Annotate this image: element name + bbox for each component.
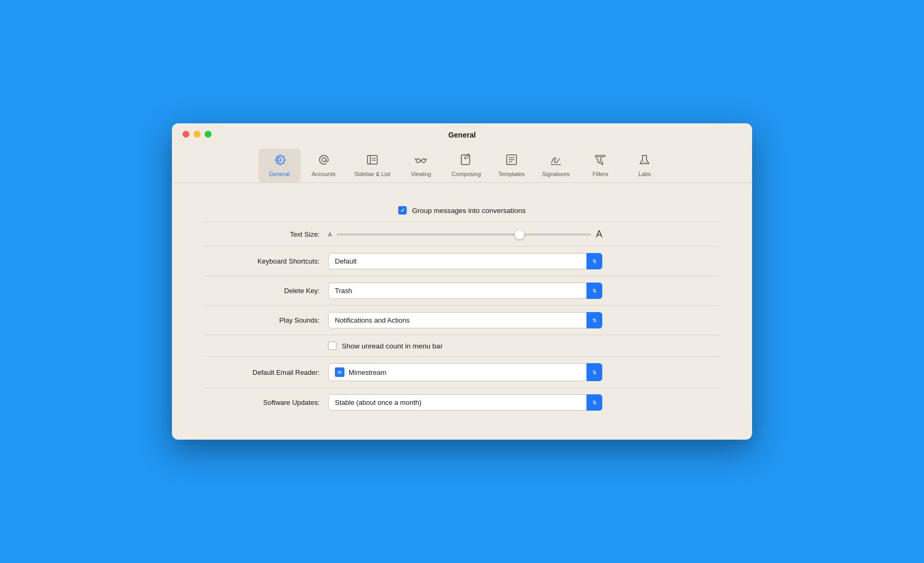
tab-composing[interactable]: Composing [444, 149, 488, 182]
keyboard-shortcuts-select[interactable]: Default [328, 253, 602, 269]
toolbar: General Accounts Sidebar & [172, 143, 752, 183]
gear-icon [273, 153, 286, 169]
filters-icon [593, 153, 607, 169]
tab-labs-label: Labs [638, 171, 651, 177]
keyboard-shortcuts-row: Keyboard Shortcuts: Default ⇅ [204, 247, 720, 276]
keyboard-shortcuts-label: Keyboard Shortcuts: [204, 257, 320, 265]
delete-key-label: Delete Key: [204, 287, 320, 295]
compose-icon [459, 153, 473, 169]
tab-signatures[interactable]: Signatures [535, 149, 578, 182]
group-messages-control: Group messages into conversations [398, 206, 525, 215]
text-size-small: A [328, 231, 332, 238]
tab-viewing-label: Viewing [411, 171, 431, 177]
tab-templates-label: Templates [498, 171, 525, 177]
svg-point-15 [646, 162, 647, 163]
software-updates-select[interactable]: Stable (about once a month) [328, 394, 602, 411]
play-sounds-select-wrapper: Notifications and Actions ⇅ [328, 312, 602, 328]
default-email-label: Default Email Reader: [204, 368, 320, 376]
tab-composing-label: Composing [451, 171, 481, 177]
sidebar-icon [365, 153, 379, 169]
delete-key-control: Trash ⇅ [328, 283, 720, 299]
group-messages-label: Group messages into conversations [412, 207, 525, 215]
glasses-icon [414, 153, 428, 169]
show-unread-checkbox-group: Show unread count in menu bar [328, 342, 442, 350]
software-updates-select-wrapper: Stable (about once a month) ⇅ [328, 394, 602, 411]
template-icon [505, 153, 518, 169]
window-title: General [448, 131, 476, 139]
tab-filters[interactable]: Filters [579, 149, 621, 182]
group-messages-row: Group messages into conversations [204, 199, 720, 222]
tab-signatures-label: Signatures [542, 171, 570, 177]
delete-key-row: Delete Key: Trash ⇅ [204, 276, 720, 306]
signature-icon [549, 153, 563, 169]
show-unread-checkbox[interactable] [328, 342, 336, 350]
default-email-value: Mimestream [349, 368, 387, 376]
svg-rect-12 [595, 156, 605, 157]
svg-point-0 [322, 158, 325, 161]
slider-thumb[interactable] [515, 230, 524, 239]
play-sounds-select[interactable]: Notifications and Actions [328, 312, 602, 328]
settings-content: Group messages into conversations Text S… [172, 183, 752, 438]
minimize-button[interactable] [194, 131, 200, 138]
tab-templates[interactable]: Templates [490, 149, 533, 182]
show-unread-label: Show unread count in menu bar [342, 342, 442, 350]
main-window: General General Accounts [172, 123, 752, 440]
text-size-slider-container: A A [328, 229, 602, 240]
text-size-label: Text Size: [204, 230, 320, 238]
play-sounds-row: Play Sounds: Notifications and Actions ⇅ [204, 306, 720, 335]
svg-point-6 [422, 159, 426, 162]
tab-viewing[interactable]: Viewing [400, 149, 442, 182]
software-updates-row: Software Updates: Stable (about once a m… [204, 388, 720, 417]
tab-labs[interactable]: Labs [623, 149, 666, 182]
tab-general-label: General [269, 171, 290, 177]
keyboard-shortcuts-control: Default ⇅ [328, 253, 720, 269]
labs-icon [638, 153, 651, 169]
maximize-button[interactable] [205, 131, 211, 138]
keyboard-shortcuts-select-wrapper: Default ⇅ [328, 253, 602, 269]
default-email-select-wrapper: ✉ Mimestream ⇅ [328, 363, 602, 381]
play-sounds-control: Notifications and Actions ⇅ [328, 312, 720, 328]
text-size-row: Text Size: A A [204, 222, 720, 247]
default-email-row: Default Email Reader: ✉ Mimestream ⇅ [204, 357, 720, 388]
delete-key-select[interactable]: Trash [328, 283, 602, 299]
svg-point-5 [416, 159, 420, 162]
group-messages-checkbox[interactable] [398, 206, 407, 215]
tab-accounts[interactable]: Accounts [303, 149, 345, 182]
tab-general[interactable]: General [258, 149, 301, 182]
text-size-large: A [596, 229, 602, 240]
svg-point-14 [643, 161, 644, 162]
show-unread-row: Show unread count in menu bar [204, 335, 720, 357]
default-email-display[interactable]: ✉ Mimestream [328, 363, 602, 381]
tab-sidebar[interactable]: Sidebar & List [347, 149, 398, 182]
window-controls [182, 131, 211, 138]
show-unread-control: Show unread count in menu bar [328, 342, 720, 350]
text-size-slider[interactable] [337, 234, 591, 236]
tab-accounts-label: Accounts [312, 171, 335, 177]
svg-rect-1 [368, 156, 378, 164]
software-updates-label: Software Updates: [204, 399, 320, 406]
delete-key-select-wrapper: Trash ⇅ [328, 283, 602, 299]
close-button[interactable] [182, 131, 189, 138]
default-email-control: ✉ Mimestream ⇅ [328, 363, 720, 381]
at-icon [317, 153, 331, 169]
software-updates-control: Stable (about once a month) ⇅ [328, 394, 720, 411]
play-sounds-label: Play Sounds: [204, 316, 320, 324]
mimestream-icon: ✉ [335, 367, 344, 377]
tab-filters-label: Filters [592, 171, 608, 177]
tab-sidebar-label: Sidebar & List [354, 171, 390, 177]
titlebar: General [172, 123, 752, 143]
text-size-control: A A [328, 229, 720, 240]
